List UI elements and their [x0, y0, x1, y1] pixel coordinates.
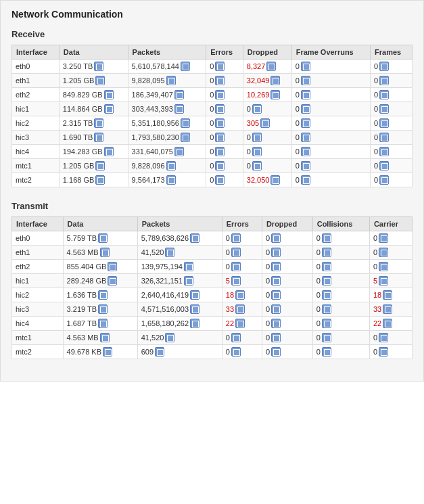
- cell-icon-btn[interactable]: [108, 276, 117, 285]
- cell-icon-btn[interactable]: [166, 161, 176, 170]
- cell-icon-btn[interactable]: [190, 233, 199, 243]
- cell-icon-btn[interactable]: [94, 62, 103, 71]
- cell-icon-btn[interactable]: [322, 290, 331, 300]
- cell-icon-btn[interactable]: [166, 175, 176, 185]
- cell-icon-btn[interactable]: [270, 175, 280, 185]
- cell-icon-btn[interactable]: [215, 90, 225, 99]
- cell-icon-btn[interactable]: [181, 133, 190, 142]
- cell-icon-btn[interactable]: [104, 147, 114, 156]
- cell-icon-btn[interactable]: [379, 147, 389, 156]
- cell-icon-btn[interactable]: [322, 304, 331, 314]
- cell-icon-btn[interactable]: [379, 347, 388, 357]
- cell-icon-btn[interactable]: [252, 147, 262, 156]
- cell-icon-btn[interactable]: [379, 133, 389, 142]
- cell-icon-btn[interactable]: [271, 347, 281, 357]
- cell-icon-btn[interactable]: [383, 319, 392, 328]
- cell-icon-btn[interactable]: [231, 347, 241, 357]
- cell-icon-btn[interactable]: [215, 104, 225, 114]
- cell-icon-btn[interactable]: [184, 276, 193, 285]
- cell-icon-btn[interactable]: [165, 248, 174, 257]
- cell-icon-btn[interactable]: [174, 104, 184, 114]
- cell-icon-btn[interactable]: [103, 347, 112, 357]
- cell-icon-btn[interactable]: [271, 333, 281, 342]
- cell-icon-btn[interactable]: [301, 118, 310, 128]
- cell-icon-btn[interactable]: [322, 262, 331, 271]
- cell-icon-btn[interactable]: [215, 161, 225, 170]
- cell-icon-btn[interactable]: [215, 133, 225, 142]
- cell-icon-btn[interactable]: [271, 290, 281, 300]
- cell-icon-btn[interactable]: [94, 133, 103, 142]
- cell-icon-btn[interactable]: [301, 62, 310, 71]
- cell-icon-btn[interactable]: [231, 276, 241, 285]
- cell-icon-btn[interactable]: [271, 319, 281, 328]
- cell-icon-btn[interactable]: [104, 90, 114, 99]
- cell-icon-btn[interactable]: [379, 118, 389, 128]
- cell-icon-btn[interactable]: [301, 175, 310, 185]
- cell-icon-btn[interactable]: [174, 147, 184, 156]
- cell-icon-btn[interactable]: [100, 333, 110, 342]
- cell-icon-btn[interactable]: [383, 304, 392, 314]
- cell-icon-btn[interactable]: [231, 262, 241, 271]
- cell-icon-btn[interactable]: [379, 333, 388, 342]
- cell-icon-btn[interactable]: [301, 133, 310, 142]
- cell-icon-btn[interactable]: [379, 175, 389, 185]
- cell-icon-btn[interactable]: [235, 290, 245, 300]
- cell-icon-btn[interactable]: [379, 161, 389, 170]
- cell-icon-btn[interactable]: [235, 304, 245, 314]
- cell-icon-btn[interactable]: [98, 319, 108, 328]
- cell-icon-btn[interactable]: [379, 276, 388, 285]
- cell-icon-btn[interactable]: [260, 118, 270, 128]
- cell-icon-btn[interactable]: [165, 333, 174, 342]
- cell-icon-btn[interactable]: [301, 161, 310, 170]
- cell-icon-btn[interactable]: [379, 104, 389, 114]
- cell-icon-btn[interactable]: [301, 104, 310, 114]
- cell-icon-btn[interactable]: [271, 304, 281, 314]
- cell-icon-btn[interactable]: [322, 347, 331, 357]
- cell-icon-btn[interactable]: [98, 233, 108, 243]
- cell-icon-btn[interactable]: [379, 262, 388, 271]
- cell-icon-btn[interactable]: [94, 118, 103, 128]
- cell-icon-btn[interactable]: [184, 262, 193, 271]
- cell-icon-btn[interactable]: [104, 104, 114, 114]
- cell-icon-btn[interactable]: [252, 161, 262, 170]
- cell-icon-btn[interactable]: [231, 333, 241, 342]
- cell-icon-btn[interactable]: [379, 76, 389, 85]
- cell-icon-btn[interactable]: [95, 175, 105, 185]
- cell-icon-btn[interactable]: [266, 62, 276, 71]
- cell-icon-btn[interactable]: [98, 304, 108, 314]
- cell-icon-btn[interactable]: [271, 248, 281, 257]
- cell-icon-btn[interactable]: [108, 262, 117, 271]
- cell-icon-btn[interactable]: [383, 290, 392, 300]
- cell-icon-btn[interactable]: [215, 147, 225, 156]
- cell-icon-btn[interactable]: [322, 233, 331, 243]
- cell-icon-btn[interactable]: [100, 248, 110, 257]
- cell-icon-btn[interactable]: [271, 276, 281, 285]
- cell-icon-btn[interactable]: [270, 76, 280, 85]
- cell-icon-btn[interactable]: [231, 233, 241, 243]
- cell-icon-btn[interactable]: [252, 133, 262, 142]
- cell-icon-btn[interactable]: [301, 76, 310, 85]
- cell-icon-btn[interactable]: [379, 248, 388, 257]
- cell-icon-btn[interactable]: [301, 90, 310, 99]
- cell-icon-btn[interactable]: [190, 319, 199, 328]
- cell-icon-btn[interactable]: [215, 118, 225, 128]
- cell-icon-btn[interactable]: [379, 233, 388, 243]
- cell-icon-btn[interactable]: [322, 319, 331, 328]
- cell-icon-btn[interactable]: [379, 62, 389, 71]
- cell-icon-btn[interactable]: [271, 262, 281, 271]
- cell-icon-btn[interactable]: [271, 233, 281, 243]
- cell-icon-btn[interactable]: [95, 161, 105, 170]
- cell-icon-btn[interactable]: [174, 90, 184, 99]
- cell-icon-btn[interactable]: [231, 248, 241, 257]
- cell-icon-btn[interactable]: [301, 147, 310, 156]
- cell-icon-btn[interactable]: [322, 333, 331, 342]
- cell-icon-btn[interactable]: [190, 304, 199, 314]
- cell-icon-btn[interactable]: [322, 248, 331, 257]
- cell-icon-btn[interactable]: [322, 276, 331, 285]
- cell-icon-btn[interactable]: [379, 90, 389, 99]
- cell-icon-btn[interactable]: [252, 104, 262, 114]
- cell-icon-btn[interactable]: [181, 118, 190, 128]
- cell-icon-btn[interactable]: [98, 290, 108, 300]
- cell-icon-btn[interactable]: [215, 62, 225, 71]
- cell-icon-btn[interactable]: [215, 76, 225, 85]
